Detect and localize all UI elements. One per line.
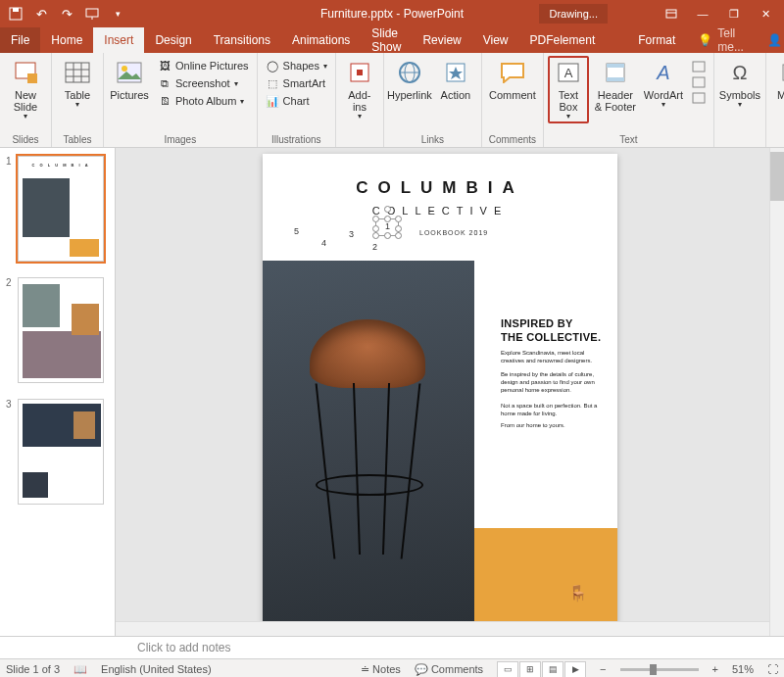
- svg-rect-16: [357, 70, 363, 75]
- share-button[interactable]: 👤Share: [756, 27, 784, 53]
- slide-title[interactable]: COLUMBIA: [263, 178, 617, 198]
- fit-window-icon[interactable]: ⛶: [767, 663, 778, 675]
- horizontal-scrollbar[interactable]: [116, 621, 769, 636]
- redo-icon[interactable]: ↷: [55, 2, 78, 25]
- window-title: Furniture.pptx - PowerPoint: [320, 7, 464, 21]
- start-slideshow-icon[interactable]: [80, 2, 104, 25]
- slide-canvas[interactable]: COLUMBIA COLLECTIVE LOOKBOOK 2019 1 2 3 …: [116, 148, 784, 636]
- zoom-percent[interactable]: 51%: [732, 663, 754, 675]
- svg-point-14: [122, 66, 127, 72]
- zoom-slider[interactable]: [620, 668, 699, 671]
- new-slide-button[interactable]: New Slide▾: [4, 56, 47, 121]
- wordart-button[interactable]: AWordArt▾: [642, 56, 685, 110]
- tab-file[interactable]: File: [0, 27, 40, 53]
- group-images-label: Images: [108, 132, 253, 147]
- table-button[interactable]: Table▾: [56, 56, 99, 110]
- comment-button[interactable]: Comment: [486, 56, 539, 101]
- save-icon[interactable]: [4, 2, 27, 25]
- text-more-2[interactable]: [688, 75, 710, 89]
- slide-accent-block[interactable]: [474, 528, 617, 624]
- chart-button[interactable]: 📊Chart: [262, 93, 331, 109]
- thumb-slide-3[interactable]: [18, 399, 104, 505]
- spellcheck-icon[interactable]: 📖: [74, 663, 87, 676]
- text-more-3[interactable]: [688, 91, 710, 105]
- slide-1[interactable]: COLUMBIA COLLECTIVE LOOKBOOK 2019 1 2 3 …: [263, 154, 617, 624]
- slide-para-3[interactable]: Not a space built on perfection. But a h…: [501, 403, 609, 418]
- tell-me-search[interactable]: 💡Tell me...: [686, 27, 756, 53]
- chair-icon: 🪑: [568, 584, 588, 603]
- normal-view-icon[interactable]: ▭: [497, 661, 518, 678]
- screenshot-icon: ⧉: [158, 76, 172, 90]
- thumb-slide-1[interactable]: C O L U M B I A: [18, 156, 104, 262]
- thumb-slide-2[interactable]: [18, 277, 104, 383]
- action-icon: [441, 58, 470, 87]
- slide-heading[interactable]: INSPIRED BYTHE COLLECTIVE.: [501, 317, 601, 345]
- new-slide-label: New Slide: [6, 89, 45, 113]
- slide-para-1[interactable]: Explore Scandinavia, meet local creative…: [501, 350, 609, 365]
- zoom-in-button[interactable]: +: [712, 663, 718, 675]
- undo-icon[interactable]: ↶: [29, 2, 53, 25]
- slideshow-view-icon[interactable]: ▶: [564, 661, 586, 678]
- notes-toggle[interactable]: ≐ Notes: [361, 663, 401, 676]
- sorter-view-icon[interactable]: ⊞: [519, 661, 541, 678]
- reading-view-icon[interactable]: ▤: [542, 661, 564, 678]
- slide-subtitle[interactable]: COLLECTIVE: [263, 205, 617, 217]
- text-box-button[interactable]: AText Box▾: [548, 56, 589, 123]
- close-icon[interactable]: ✕: [751, 2, 780, 25]
- hyperlink-label: Hyperlink: [387, 89, 432, 101]
- zoom-out-button[interactable]: −: [600, 663, 606, 675]
- notes-pane[interactable]: Click to add notes: [0, 636, 784, 658]
- lightbulb-icon: 💡: [698, 33, 712, 47]
- tab-design[interactable]: Design: [144, 27, 202, 53]
- qat-customize-icon[interactable]: ▾: [106, 2, 129, 25]
- status-slide-counter[interactable]: Slide 1 of 3: [6, 663, 60, 675]
- svg-rect-7: [27, 73, 37, 83]
- status-language[interactable]: English (United States): [101, 663, 212, 675]
- ribbon-options-icon[interactable]: [657, 2, 686, 25]
- minimize-icon[interactable]: —: [688, 2, 717, 25]
- tab-format[interactable]: Format: [627, 27, 686, 53]
- vertical-scrollbar[interactable]: [769, 148, 784, 636]
- tab-slideshow[interactable]: Slide Show: [361, 27, 412, 53]
- media-icon: [777, 58, 784, 87]
- media-label: Media: [777, 89, 784, 101]
- tab-insert[interactable]: Insert: [93, 27, 144, 53]
- action-button[interactable]: Action: [434, 56, 477, 101]
- slide-lookbook-label[interactable]: LOOKBOOK 2019: [419, 229, 488, 236]
- comments-toggle[interactable]: 💬 Comments: [415, 663, 483, 676]
- online-pictures-button[interactable]: 🖼Online Pictures: [154, 58, 253, 73]
- shapes-button[interactable]: ◯Shapes▾: [262, 58, 331, 73]
- smartart-button[interactable]: ⬚SmartArt: [262, 75, 331, 91]
- table-icon: [63, 58, 92, 87]
- slide-hero-image[interactable]: [263, 261, 474, 624]
- selected-textbox[interactable]: 1: [375, 218, 399, 236]
- pictures-button[interactable]: Pictures: [108, 56, 151, 101]
- tab-review[interactable]: Review: [412, 27, 471, 53]
- title-bar: ↶ ↷ ▾ Furniture.pptx - PowerPoint Drawin…: [0, 0, 784, 27]
- share-icon: 👤: [767, 33, 782, 47]
- svg-text:A: A: [564, 66, 573, 80]
- addins-button[interactable]: Add-ins▾: [340, 56, 379, 121]
- tab-home[interactable]: Home: [40, 27, 93, 53]
- contextual-tab-label[interactable]: Drawing...: [539, 4, 608, 24]
- action-label: Action: [441, 89, 471, 101]
- slide-para-4[interactable]: From our home to yours.: [501, 422, 609, 430]
- screenshot-button[interactable]: ⧉Screenshot▾: [154, 75, 253, 91]
- addins-label: Add-ins: [342, 89, 377, 113]
- text-more-1[interactable]: [688, 60, 710, 73]
- thumb-1-number: 1: [6, 156, 14, 262]
- symbols-button[interactable]: ΩSymbols▾: [718, 56, 761, 110]
- media-button[interactable]: Media▾: [770, 56, 784, 110]
- tab-pdfelement[interactable]: PDFelement: [519, 27, 607, 53]
- slide-para-2[interactable]: Be inspired by the details of culture, d…: [501, 371, 609, 394]
- hyperlink-button[interactable]: Hyperlink: [388, 56, 431, 101]
- chart-icon: 📊: [266, 94, 279, 108]
- tab-view[interactable]: View: [472, 27, 519, 53]
- photo-album-button[interactable]: 🖻Photo Album▾: [154, 93, 253, 109]
- group-links-label: Links: [388, 132, 477, 147]
- tab-animations[interactable]: Animations: [281, 27, 361, 53]
- header-footer-button[interactable]: Header & Footer: [592, 56, 639, 113]
- tab-transitions[interactable]: Transitions: [203, 27, 281, 53]
- restore-icon[interactable]: ❐: [719, 2, 749, 25]
- comment-icon: [498, 58, 527, 87]
